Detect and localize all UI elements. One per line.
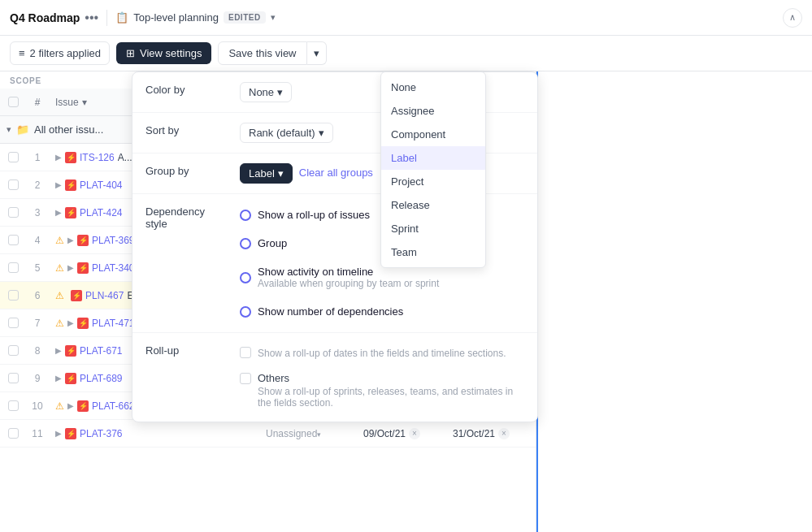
rollup-checkbox-dates[interactable] [240,347,251,358]
assignee-caret-icon[interactable]: ▾ [317,430,321,439]
issue-tag[interactable]: PLAT-424 [80,207,122,218]
priority-icon: ⚡ [77,235,89,246]
save-view-dropdown-button[interactable]: ▾ [307,41,327,65]
checkbox[interactable] [8,235,19,245]
expand-icon[interactable]: ▶ [55,346,62,355]
row-num: 7 [26,318,49,329]
save-view-dropdown-icon: ▾ [314,47,319,59]
group-by-option[interactable]: Label [381,146,485,170]
expand-icon[interactable]: ▶ [55,429,62,438]
more-options-icon[interactable]: ••• [85,11,98,25]
folder-icon: 📁 [16,123,29,136]
group-by-option[interactable]: Sprint [381,217,485,240]
row-num: 9 [26,373,49,384]
unassigned-label: Unassigned [266,428,317,439]
dep-radio-3[interactable] [240,306,251,318]
save-view-button[interactable]: Save this view [218,41,306,65]
checkbox[interactable] [8,345,19,356]
expand-icon[interactable]: ▶ [67,401,74,410]
group-expand-icon[interactable]: ▾ [7,124,11,135]
issue-tag[interactable]: PLAT-671 [80,345,122,357]
row-num: 10 [26,400,49,412]
expand-icon[interactable]: ▶ [55,374,62,383]
dep-label-3: Show number of dependencies [258,305,403,318]
sort-by-value: Rank (default) [249,127,315,139]
checkbox[interactable] [8,428,19,439]
row-checkbox[interactable] [0,262,26,273]
row-checkbox[interactable] [0,290,26,301]
row-checkbox[interactable] [0,373,26,383]
expand-icon[interactable]: ▶ [67,318,74,327]
row-checkbox[interactable] [0,318,26,328]
priority-icon: ⚡ [65,345,76,357]
issue-label: Issue [55,97,79,108]
color-by-selector[interactable]: None ▾ [240,82,292,102]
collapse-button[interactable]: ∧ [783,8,802,28]
group-by-option[interactable]: None [381,76,485,99]
rollup-checkbox-others[interactable] [240,373,251,384]
start-date-value: 09/Oct/21 [363,428,406,439]
group-by-option[interactable]: Assignee [381,99,485,123]
due-date-value: 31/Oct/21 [453,428,495,439]
row-checkbox[interactable] [0,235,26,245]
clear-all-groups-link[interactable]: Clear all groups [299,163,373,179]
rollup-option-others: Others Show a roll-up of sprints, releas… [240,369,524,412]
issue-tag[interactable]: PLAT-376 [80,428,122,439]
checkbox[interactable] [8,290,19,301]
sort-by-selector[interactable]: Rank (default) ▾ [240,123,333,143]
color-by-chevron-icon: ▾ [277,86,283,98]
group-by-option[interactable]: Project [381,170,485,193]
row-checkbox[interactable] [0,400,26,411]
expand-icon[interactable]: ▶ [55,153,62,162]
sort-by-label: Sort by [145,123,227,136]
group-by-label: Group by [145,163,227,177]
checkbox[interactable] [8,373,19,383]
issue-tag[interactable]: PLN-467 [85,290,124,301]
issue-title: A... [118,152,132,163]
filters-button[interactable]: ≡ 2 filters applied [10,41,110,65]
row-checkbox[interactable] [0,179,26,190]
dep-radio-2[interactable] [240,272,251,283]
checkbox[interactable] [8,262,19,273]
group-by-selector[interactable]: Label ▾ [240,163,293,184]
issue-tag[interactable]: PLAT-404 [80,179,122,191]
issue-tag[interactable]: PLAT-662 [92,400,134,412]
dep-radio-0[interactable] [240,210,251,221]
expand-icon[interactable]: ▶ [55,208,62,217]
rollup-content: Show a roll-up of dates in the fields an… [240,343,524,412]
checkbox[interactable] [8,318,19,328]
issue-tag[interactable]: PLAT-340 [92,262,134,274]
group-by-option[interactable]: Release [381,193,485,217]
row-num: 8 [26,345,49,357]
issue-tag[interactable]: PLAT-689 [80,373,122,384]
checkbox[interactable] [8,400,19,411]
group-by-option[interactable]: Team [381,240,485,264]
issue-tag[interactable]: PLAT-471 [92,318,134,329]
planning-chevron-icon[interactable]: ▾ [271,12,276,23]
header-checkbox[interactable] [0,97,26,107]
clear-due-date-icon[interactable]: × [498,428,510,439]
expand-icon[interactable]: ▶ [67,263,74,272]
checkbox[interactable] [8,152,19,162]
rollup-desc-dates: Show a roll-up of dates in the fields an… [258,348,506,359]
clear-start-date-icon[interactable]: × [409,428,420,439]
row-checkbox[interactable] [0,207,26,218]
issue-sort-icon: ▾ [82,97,87,108]
sort-by-chevron-icon: ▾ [319,127,324,139]
planning-selector[interactable]: 📋 Top-level planning EDITED ▾ [115,11,275,24]
row-start-date: 09/Oct/21 × [357,428,446,439]
expand-icon[interactable]: ▶ [67,236,74,244]
row-checkbox[interactable] [0,428,26,439]
view-settings-button[interactable]: ⊞ View settings [116,42,211,64]
group-by-option[interactable]: Component [381,123,485,146]
dep-radio-1[interactable] [240,238,251,249]
view-settings-icon: ⊞ [126,47,135,59]
issue-tag[interactable]: ITS-126 [80,152,115,163]
checkbox[interactable] [8,179,19,190]
expand-icon[interactable]: ▶ [55,180,62,189]
checkbox[interactable] [8,207,19,218]
row-checkbox[interactable] [0,152,26,162]
issue-tag[interactable]: PLAT-369 [92,235,134,246]
row-checkbox[interactable] [0,345,26,356]
row-num: 11 [26,428,49,439]
